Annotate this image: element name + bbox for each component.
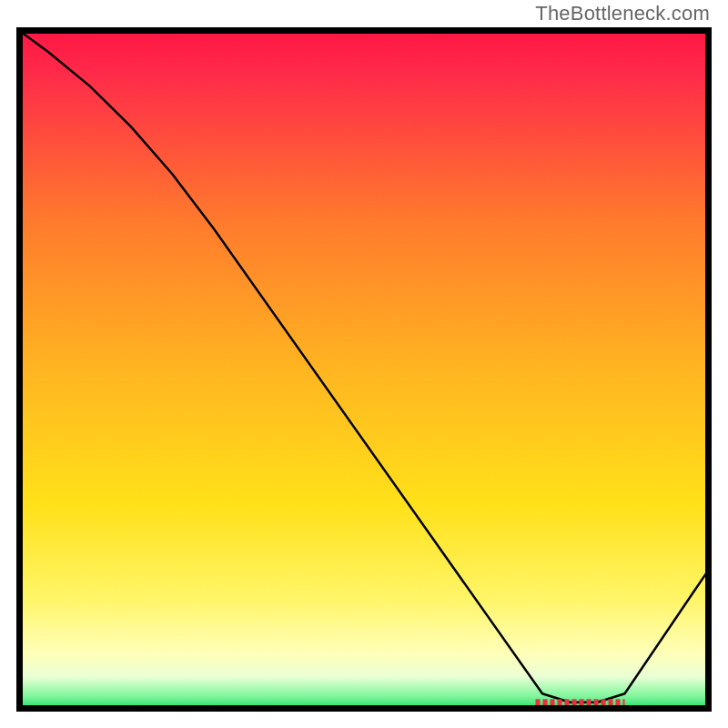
watermark-text: TheBottleneck.com [535,2,710,25]
plot-area [16,27,712,712]
chart-svg [16,27,712,712]
chart-container: TheBottleneck.com [0,0,728,728]
gradient-background [21,32,707,707]
